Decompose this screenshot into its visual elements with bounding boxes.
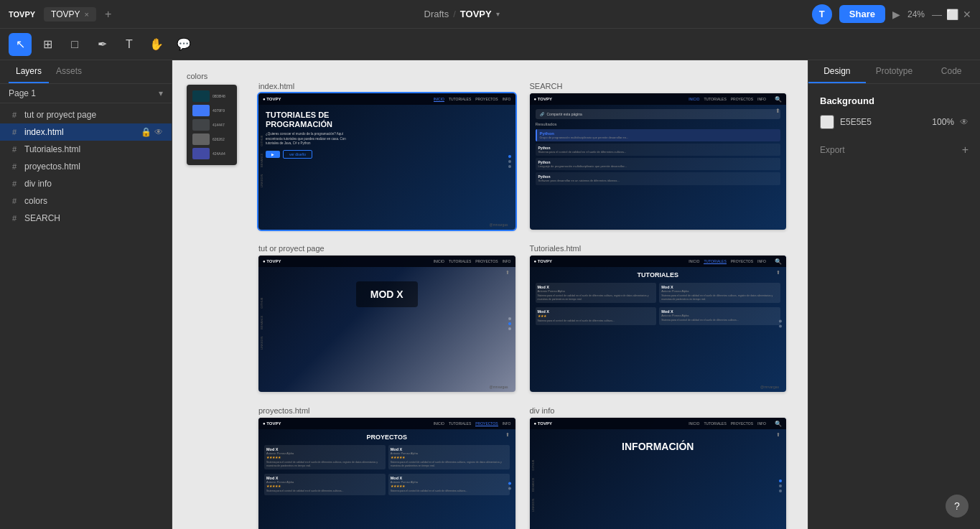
layer-item-search[interactable]: # SEARCH	[0, 210, 172, 227]
frame-label-proyectos: proyectos.html	[258, 406, 515, 415]
layer-label: tut or proyect page	[24, 110, 163, 120]
text-tool[interactable]: T	[118, 33, 141, 56]
close-button[interactable]: ✕	[963, 9, 971, 20]
frame-preview-index[interactable]: ● TOVPY INICIO TUTORIALES PROYECTOS INFO	[258, 93, 515, 230]
layer-label: Tutoriales.html	[24, 144, 163, 154]
background-section-title: Background	[820, 95, 969, 106]
frame-icon: #	[9, 179, 20, 188]
background-color-row: E5E5E5 100% 👁	[820, 115, 969, 129]
background-opacity: 100%	[932, 117, 954, 127]
left-panel: Layers Assets Page 1 ▾ # tut or proyect …	[0, 60, 172, 529]
layer-item-colors[interactable]: # colors	[0, 192, 172, 210]
frame-label-tutoriales: Tutoriales.html	[530, 244, 787, 253]
help-button[interactable]: ?	[946, 495, 969, 518]
minimize-button[interactable]: —	[932, 9, 942, 20]
tab-prototype[interactable]: Prototype	[866, 60, 923, 83]
frame-icon: #	[9, 111, 20, 119]
layer-list: # tut or proyect page # index.html 🔒 👁 #…	[0, 103, 172, 529]
layer-actions: 🔒 👁	[141, 127, 163, 137]
layer-item-div-info[interactable]: # div info	[0, 175, 172, 192]
comment-tool[interactable]: 💬	[172, 33, 195, 56]
export-add-button[interactable]: +	[962, 144, 969, 156]
layer-item-tut[interactable]: # tut or proyect page	[0, 106, 172, 123]
right-content: Background E5E5E5 100% 👁 Export +	[808, 84, 980, 168]
frame-preview-search[interactable]: ● TOVPY INICIO TUTORIALES PROYECTOS INFO…	[530, 93, 787, 230]
tab-label: TOVPY	[51, 9, 80, 19]
app-logo: TOVPY	[9, 10, 35, 19]
frame-proyectos: proyectos.html ● TOVPY INICIO TUTORIALES…	[258, 406, 515, 529]
frame-preview-tut[interactable]: ● TOVPY INICIO TUTORIALES PROYECTOS INFO	[258, 256, 515, 392]
share-button[interactable]: Share	[839, 5, 885, 23]
export-label: Export	[820, 145, 845, 155]
maximize-button[interactable]: ⬜	[946, 9, 958, 20]
right-panel-tabs: Design Prototype Code	[808, 60, 980, 84]
frame-preview-proyectos[interactable]: ● TOVPY INICIO TUTORIALES PROYECTOS INFO…	[258, 418, 515, 529]
frame-label-index: index.html	[258, 82, 515, 90]
avatar: T	[812, 4, 832, 24]
eye-icon[interactable]: 👁	[960, 117, 969, 127]
layer-label: index.html	[24, 127, 136, 137]
main-layout: Layers Assets Page 1 ▾ # tut or proyect …	[0, 60, 980, 529]
breadcrumb-separator: /	[453, 9, 456, 19]
right-panel: Design Prototype Code Background E5E5E5 …	[808, 60, 980, 529]
background-color-hex: E5E5E5	[840, 117, 926, 127]
active-tab[interactable]: TOVPY ×	[44, 7, 96, 22]
page-name: Page 1	[9, 88, 36, 98]
frame-label-tut: tut or proyect page	[258, 244, 515, 253]
frame-tutoriales: Tutoriales.html ● TOVPY INICIO TUTORIALE…	[530, 244, 787, 392]
select-tool[interactable]: ↖	[9, 33, 32, 56]
layer-label: SEARCH	[24, 213, 163, 223]
chevron-down-icon: ▾	[496, 10, 500, 18]
tab-layers[interactable]: Layers	[9, 60, 49, 83]
frame-div-info: div info ● TOVPY INICIO TUTORIALES PROYE…	[530, 406, 787, 529]
export-section: Export +	[820, 144, 969, 156]
chevron-icon: ▾	[159, 88, 163, 98]
layer-item-tutoriales[interactable]: # Tutoriales.html	[0, 141, 172, 158]
shape-tool[interactable]: □	[63, 33, 86, 56]
background-color-swatch[interactable]	[820, 115, 834, 129]
canvas[interactable]: colors 0B3B48 4079F9 414447	[172, 60, 808, 529]
topbar: TOVPY TOVPY × + Drafts / TOVPY ▾ T Share…	[0, 0, 980, 29]
visibility-icon[interactable]: 👁	[154, 127, 163, 137]
toolbar: ↖ ⊞ □ ✒ T ✋ 💬	[0, 29, 980, 60]
layer-item-index[interactable]: # index.html 🔒 👁	[0, 123, 172, 141]
breadcrumb: Drafts / TOVPY ▾	[117, 9, 806, 19]
layer-label: colors	[24, 196, 163, 206]
frame-preview-div-info[interactable]: ● TOVPY INICIO TUTORIALES PROYECTOS INFO…	[530, 418, 787, 529]
frame-icon: #	[9, 197, 20, 205]
tab-code[interactable]: Code	[923, 60, 980, 83]
frame-icon: #	[9, 128, 20, 136]
project-name: TOVPY	[460, 9, 492, 19]
frame-icon: #	[9, 214, 20, 223]
close-tab-button[interactable]: ×	[85, 10, 89, 19]
canvas-grid: index.html ● TOVPY INICIO TUTORIALES	[251, 75, 793, 529]
frame-label-search: SEARCH	[530, 82, 787, 90]
add-tab-button[interactable]: +	[105, 8, 111, 21]
zoom-level: 24%	[907, 9, 925, 19]
play-button[interactable]: ▶	[892, 9, 900, 20]
frame-icon: #	[9, 145, 20, 154]
frame-icon: #	[9, 162, 20, 171]
topbar-right: T Share ▶ 24% — ⬜ ✕	[812, 4, 971, 24]
drafts-label: Drafts	[424, 9, 449, 19]
left-panel-tabs: Layers Assets	[0, 60, 172, 84]
frame-tut: tut or proyect page ● TOVPY INICIO TUTOR…	[258, 244, 515, 392]
window-controls: — ⬜ ✕	[932, 9, 971, 20]
tab-assets[interactable]: Assets	[49, 60, 89, 83]
frame-preview-tutoriales[interactable]: ● TOVPY INICIO TUTORIALES PROYECTOS INFO…	[530, 256, 787, 392]
hand-tool[interactable]: ✋	[145, 33, 168, 56]
frame-index: index.html ● TOVPY INICIO TUTORIALES	[258, 82, 515, 230]
layer-item-proyectos[interactable]: # proyectos.html	[0, 158, 172, 175]
page-selector[interactable]: Page 1 ▾	[0, 84, 172, 103]
frame-tool[interactable]: ⊞	[36, 33, 59, 56]
frame-label-div-info: div info	[530, 406, 787, 415]
frame-search: SEARCH ● TOVPY INICIO TUTORIALES PROYECT…	[530, 82, 787, 230]
pen-tool[interactable]: ✒	[90, 33, 113, 56]
layer-label: proyectos.html	[24, 161, 163, 172]
lock-icon: 🔒	[141, 127, 151, 137]
tab-design[interactable]: Design	[808, 60, 866, 83]
layer-label: div info	[24, 179, 163, 189]
